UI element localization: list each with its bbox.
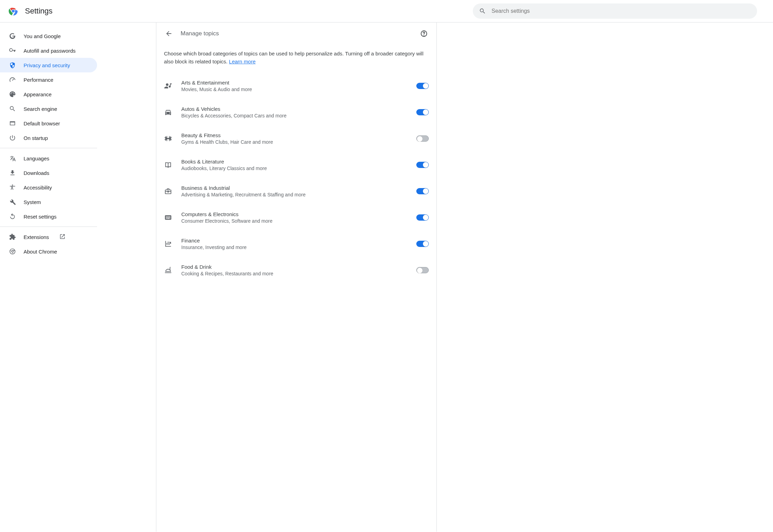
- topic-subtitle: Audiobooks, Literary Classics and more: [181, 166, 407, 171]
- main-content: Manage topics Choose which broad categor…: [156, 23, 437, 532]
- topic-subtitle: Consumer Electronics, Software and more: [181, 218, 407, 224]
- sidebar-item-label: Search engine: [24, 106, 57, 112]
- sidebar-item-you-and-google[interactable]: You and Google: [0, 29, 97, 43]
- topic-subtitle: Cooking & Recipes, Restaurants and more: [181, 271, 407, 276]
- extension-icon: [9, 233, 16, 240]
- app-header: Settings: [0, 0, 773, 23]
- chrome-logo-icon: [8, 6, 18, 16]
- book-icon: [164, 161, 172, 169]
- chrome-icon: [9, 248, 16, 255]
- search-input[interactable]: [491, 8, 751, 15]
- sidebar-item-privacy-security[interactable]: Privacy and security: [0, 58, 97, 72]
- sidebar-item-performance[interactable]: Performance: [0, 72, 97, 87]
- sidebar-item-label: Reset settings: [24, 214, 57, 220]
- power-icon: [9, 134, 16, 141]
- sidebar-item-label: Languages: [24, 156, 49, 161]
- search-icon: [9, 105, 16, 112]
- topic-toggle[interactable]: [416, 267, 429, 273]
- shield-icon: [9, 62, 16, 69]
- sidebar-item-appearance[interactable]: Appearance: [0, 87, 97, 101]
- page-title: Manage topics: [181, 30, 219, 37]
- topic-toggle[interactable]: [416, 162, 429, 168]
- topic-row-finance: Finance Insurance, Investing and more: [164, 231, 429, 257]
- help-button[interactable]: [418, 28, 429, 39]
- translate-icon: [9, 155, 16, 162]
- fitness-icon: [164, 134, 172, 143]
- sidebar-item-autofill[interactable]: Autofill and passwords: [0, 43, 97, 58]
- svg-point-2: [12, 10, 15, 12]
- sidebar-item-extensions[interactable]: Extensions: [0, 230, 97, 244]
- sidebar-item-default-browser[interactable]: Default browser: [0, 116, 97, 131]
- intro-body: Choose which broad categories of topics …: [164, 51, 424, 64]
- app-title: Settings: [25, 7, 53, 16]
- topic-row-beauty-fitness: Beauty & Fitness Gyms & Health Clubs, Ha…: [164, 125, 429, 152]
- back-button[interactable]: [163, 28, 174, 39]
- topic-row-computers-electronics: Computers & Electronics Consumer Electro…: [164, 204, 429, 231]
- sidebar-item-label: You and Google: [24, 33, 61, 39]
- food-icon: [164, 266, 172, 274]
- car-icon: [164, 108, 172, 116]
- intro-text: Choose which broad categories of topics …: [156, 39, 436, 69]
- sidebar-item-system[interactable]: System: [0, 195, 97, 209]
- topic-title: Books & Literature: [181, 159, 407, 165]
- palette-icon: [9, 91, 16, 98]
- sidebar-item-label: Accessibility: [24, 185, 52, 190]
- chart-icon: [164, 240, 172, 248]
- topic-title: Computers & Electronics: [181, 211, 407, 217]
- sidebar-separator: [0, 227, 97, 227]
- speedometer-icon: [9, 76, 16, 83]
- svg-point-4: [424, 35, 424, 35]
- open-in-new-icon: [59, 233, 66, 241]
- topic-toggle[interactable]: [416, 241, 429, 247]
- topic-title: Food & Drink: [181, 264, 407, 270]
- sidebar-item-reset-settings[interactable]: Reset settings: [0, 209, 97, 224]
- download-icon: [9, 169, 16, 176]
- topic-row-arts-entertainment: Arts & Entertainment Movies, Music & Aud…: [164, 73, 429, 99]
- sidebar-item-about-chrome[interactable]: About Chrome: [0, 244, 97, 259]
- topic-subtitle: Movies, Music & Audio and more: [181, 87, 407, 92]
- topic-toggle[interactable]: [416, 109, 429, 115]
- sidebar-item-label: On startup: [24, 135, 48, 141]
- google-g-icon: [9, 33, 16, 39]
- topic-row-autos-vehicles: Autos & Vehicles Bicycles & Accessories,…: [164, 99, 429, 125]
- topic-title: Finance: [181, 238, 407, 243]
- sidebar-item-languages[interactable]: Languages: [0, 151, 97, 166]
- sidebar-item-label: About Chrome: [24, 249, 57, 255]
- sidebar-item-search-engine[interactable]: Search engine: [0, 101, 97, 116]
- learn-more-link[interactable]: Learn more: [229, 59, 256, 64]
- topic-row-business-industrial: Business & Industrial Advertising & Mark…: [164, 178, 429, 204]
- sidebar-item-accessibility[interactable]: Accessibility: [0, 180, 97, 195]
- topic-title: Beauty & Fitness: [181, 132, 407, 138]
- topic-toggle[interactable]: [416, 214, 429, 221]
- wrench-icon: [9, 198, 16, 205]
- sidebar-item-downloads[interactable]: Downloads: [0, 166, 97, 180]
- key-icon: [9, 47, 16, 54]
- topic-title: Arts & Entertainment: [181, 80, 407, 86]
- sidebar-item-label: Downloads: [24, 170, 49, 176]
- sidebar-item-on-startup[interactable]: On startup: [0, 131, 97, 145]
- search-icon: [479, 8, 486, 15]
- accessibility-icon: [9, 184, 16, 191]
- sidebar-item-label: Appearance: [24, 91, 52, 97]
- sidebar-item-label: Autofill and passwords: [24, 48, 76, 54]
- sidebar-item-label: System: [24, 199, 41, 205]
- topic-row-books-literature: Books & Literature Audiobooks, Literary …: [164, 152, 429, 178]
- topic-title: Autos & Vehicles: [181, 106, 407, 112]
- briefcase-icon: [164, 187, 172, 195]
- search-settings-box[interactable]: [473, 3, 757, 19]
- topic-toggle[interactable]: [416, 83, 429, 89]
- topic-toggle[interactable]: [416, 188, 429, 194]
- sidebar-item-label: Performance: [24, 77, 53, 83]
- sidebar-separator: [0, 148, 97, 148]
- topic-row-food-drink: Food & Drink Cooking & Recipes, Restaura…: [164, 257, 429, 283]
- sidebar-item-label: Extensions: [24, 234, 49, 240]
- sidebar-item-label: Privacy and security: [24, 62, 70, 68]
- topic-list: Arts & Entertainment Movies, Music & Aud…: [156, 69, 436, 283]
- topic-subtitle: Insurance, Investing and more: [181, 245, 407, 250]
- sidebar: You and Google Autofill and passwords Pr…: [0, 23, 101, 532]
- browser-icon: [9, 120, 16, 127]
- reset-icon: [9, 213, 16, 220]
- topic-subtitle: Bicycles & Accessories, Compact Cars and…: [181, 113, 407, 118]
- topic-toggle[interactable]: [416, 135, 429, 142]
- topic-title: Business & Industrial: [181, 185, 407, 191]
